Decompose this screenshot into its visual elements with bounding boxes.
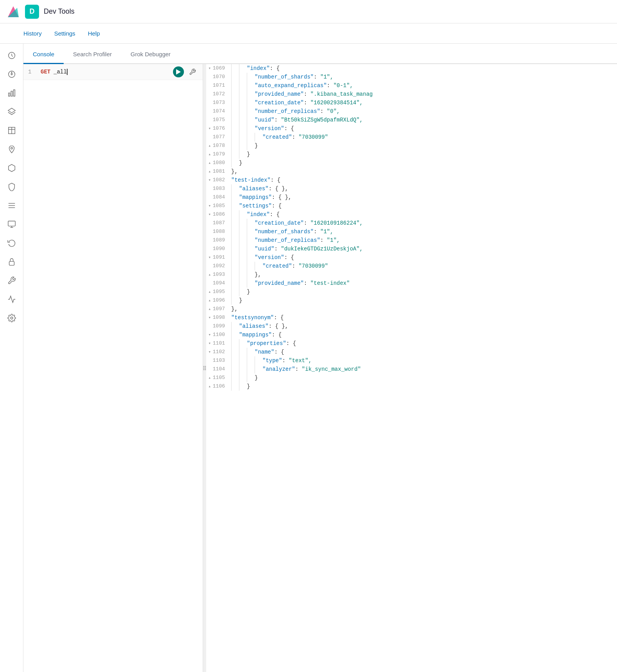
line-content: "provided_name": "test-index" xyxy=(230,279,617,288)
indent-bar xyxy=(239,210,247,219)
fold-icon[interactable]: ▴ xyxy=(207,270,212,279)
svg-rect-3 xyxy=(8,93,10,96)
chart-bar-icon[interactable] xyxy=(3,84,20,102)
line-number-col: ▴1078 xyxy=(206,141,230,150)
indent-bar xyxy=(239,141,247,150)
fold-icon[interactable]: ▴ xyxy=(207,288,212,296)
line-number: 1093 xyxy=(213,270,225,279)
indent-bar xyxy=(231,202,239,210)
fold-icon[interactable]: ▴ xyxy=(207,374,212,382)
tool-icon[interactable] xyxy=(3,272,20,289)
fold-icon[interactable]: ▴ xyxy=(207,159,212,167)
fold-icon[interactable]: ▾ xyxy=(207,253,212,262)
line-number-col: ▾1098 xyxy=(206,313,230,322)
indent-bar xyxy=(247,253,255,262)
resize-handle[interactable] xyxy=(203,64,206,672)
clock-icon[interactable] xyxy=(3,47,20,64)
line-content: } xyxy=(230,159,617,167)
fold-icon[interactable]: ▴ xyxy=(207,141,212,150)
gear-icon[interactable] xyxy=(3,309,20,327)
nav-settings[interactable]: Settings xyxy=(54,30,75,37)
map-pin-icon[interactable] xyxy=(3,141,20,158)
indent-bar xyxy=(247,356,255,365)
refresh-icon[interactable] xyxy=(3,234,20,252)
wrench-button[interactable] xyxy=(187,66,198,77)
json-text: "index": { xyxy=(247,64,280,73)
tab-console[interactable]: Console xyxy=(23,45,64,64)
shield-icon[interactable] xyxy=(3,178,20,195)
indent-bar xyxy=(247,107,255,116)
line-number-col: 1074 xyxy=(206,107,230,116)
nav-history[interactable]: History xyxy=(23,30,42,37)
line-number-col: ▴1105 xyxy=(206,374,230,382)
indent-bar xyxy=(247,365,255,374)
indent-bar xyxy=(247,219,255,227)
heartbeat-icon[interactable] xyxy=(3,291,20,308)
svg-rect-4 xyxy=(11,91,12,96)
line-number: 1074 xyxy=(213,107,225,116)
layers-icon[interactable] xyxy=(3,103,20,120)
output-line: ▴1081}, xyxy=(206,167,617,176)
line-number-col: 1070 xyxy=(206,73,230,81)
line-content: "properties": { xyxy=(230,339,617,348)
output-line: ▴1078} xyxy=(206,141,617,150)
fold-icon[interactable]: ▾ xyxy=(207,348,212,356)
line-number: 1080 xyxy=(213,159,225,167)
monitor-icon[interactable] xyxy=(3,216,20,233)
fold-icon[interactable]: ▴ xyxy=(207,150,212,159)
json-text: } xyxy=(247,288,250,296)
indent-bar xyxy=(231,219,239,227)
run-button[interactable] xyxy=(173,66,184,77)
line-number: 1094 xyxy=(213,279,225,288)
sidebar xyxy=(0,44,23,672)
json-text: }, xyxy=(255,270,261,279)
line-content: "aliases": { }, xyxy=(230,322,617,331)
fold-icon[interactable]: ▾ xyxy=(207,176,212,184)
indent-bar xyxy=(231,339,239,348)
tab-grok-debugger[interactable]: Grok Debugger xyxy=(121,45,180,64)
line-content: "uuid": "Bt50kSiZSgW5dpafmRXLdQ", xyxy=(230,116,617,124)
json-text: } xyxy=(255,374,258,382)
fold-icon[interactable]: ▴ xyxy=(207,382,212,391)
fold-icon[interactable]: ▾ xyxy=(207,124,212,133)
json-text: "aliases": { }, xyxy=(239,184,288,193)
tab-search-profiler[interactable]: Search Profiler xyxy=(64,45,121,64)
line-number-col: 1092 xyxy=(206,262,230,270)
line-content: "creation_date": "1620109186224", xyxy=(230,219,617,227)
list-icon[interactable] xyxy=(3,197,20,214)
output-line: 1083"aliases": { }, xyxy=(206,184,617,193)
fold-icon[interactable]: ▴ xyxy=(207,305,212,313)
indent-bar xyxy=(239,64,247,73)
fold-icon[interactable]: ▾ xyxy=(207,313,212,322)
indent-bar xyxy=(231,81,239,90)
line-content: "version": { xyxy=(230,253,617,262)
editor-line-number: 1 xyxy=(28,69,37,75)
line-number-col: 1077 xyxy=(206,133,230,141)
fold-icon[interactable]: ▾ xyxy=(207,339,212,348)
indent-bar xyxy=(247,81,255,90)
json-text: "analyzer": "ik_sync_max_word" xyxy=(262,365,361,374)
fold-icon[interactable]: ▾ xyxy=(207,202,212,210)
nav-help[interactable]: Help xyxy=(88,30,100,37)
fold-icon[interactable]: ▴ xyxy=(207,296,212,305)
svg-point-25 xyxy=(203,369,205,370)
fold-icon[interactable]: ▾ xyxy=(207,210,212,219)
lock-icon[interactable] xyxy=(3,253,20,270)
output-line: ▾1069"index": { xyxy=(206,64,617,73)
output-line: 1092"created": "7030099" xyxy=(206,262,617,270)
fold-icon[interactable]: ▾ xyxy=(207,331,212,339)
fold-icon[interactable]: ▾ xyxy=(207,64,212,73)
line-content: } xyxy=(230,382,617,391)
indent-bar xyxy=(231,124,239,133)
console-area: 1 GET _all xyxy=(23,64,617,672)
compass-icon[interactable] xyxy=(3,66,20,83)
json-text: "uuid": "dukIekeGTDGz1UzDeskjoA", xyxy=(255,245,363,253)
indent-bar xyxy=(231,159,239,167)
indent-bar xyxy=(239,124,247,133)
building-icon[interactable] xyxy=(3,122,20,139)
indent-bar xyxy=(231,193,239,202)
line-content: }, xyxy=(230,305,617,313)
hexagon-icon[interactable] xyxy=(3,159,20,177)
json-text: "testsynonym": { xyxy=(231,313,284,322)
fold-icon[interactable]: ▴ xyxy=(207,167,212,176)
